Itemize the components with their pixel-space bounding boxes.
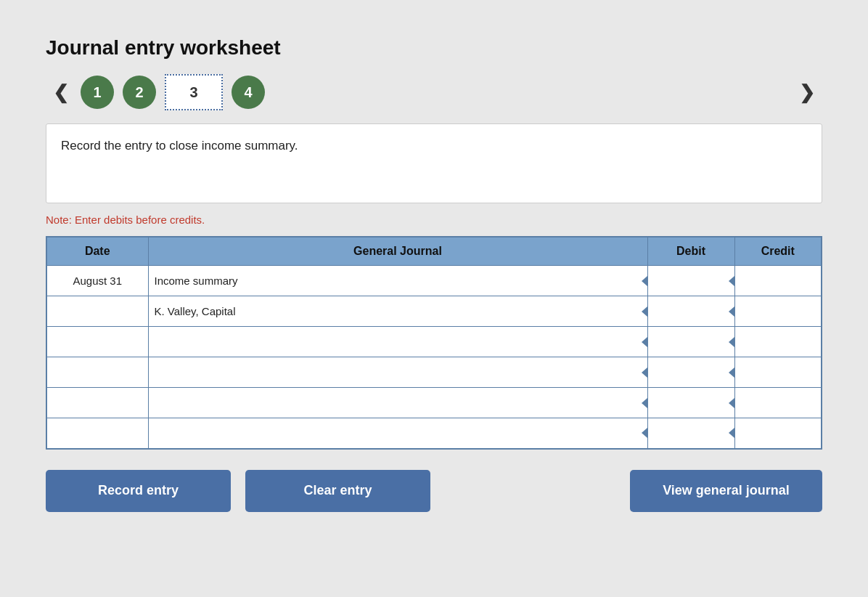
table-row: K. Valley, Capital — [46, 296, 822, 327]
triangle-indicator — [729, 337, 734, 347]
triangle-indicator — [729, 428, 734, 438]
note-text: Note: Enter debits before credits. — [46, 214, 822, 226]
instruction-text: Record the entry to close income summary… — [61, 139, 298, 153]
journal-table: Date General Journal Debit Credit August… — [46, 236, 822, 450]
debit-cell-0[interactable] — [647, 266, 734, 296]
prev-arrow-button[interactable]: ❮ — [46, 83, 76, 102]
credit-cell-2[interactable] — [734, 327, 822, 357]
table-header-row: Date General Journal Debit Credit — [46, 237, 822, 266]
table-row: August 31Income summary — [46, 266, 822, 296]
triangle-indicator — [729, 398, 734, 408]
journal-cell-1[interactable]: K. Valley, Capital — [148, 296, 647, 327]
journal-cell-2[interactable] — [148, 327, 647, 357]
date-cell-4[interactable] — [46, 388, 148, 418]
triangle-indicator — [642, 337, 647, 347]
view-general-journal-button[interactable]: View general journal — [630, 470, 822, 512]
col-header-date: Date — [46, 237, 148, 266]
journal-cell-0[interactable]: Income summary — [148, 266, 647, 296]
table-row — [46, 388, 822, 418]
main-container: Journal entry worksheet ❮ 1 2 3 4 ❯ Reco… — [24, 15, 844, 534]
date-cell-3[interactable] — [46, 357, 148, 388]
triangle-indicator — [729, 306, 734, 317]
credit-cell-0[interactable] — [734, 266, 822, 296]
journal-cell-5[interactable] — [148, 418, 647, 449]
col-header-journal: General Journal — [148, 237, 647, 266]
journal-cell-3[interactable] — [148, 357, 647, 388]
credit-cell-5[interactable] — [734, 418, 822, 449]
date-cell-1[interactable] — [46, 296, 148, 327]
record-entry-button[interactable]: Record entry — [46, 470, 231, 512]
triangle-indicator — [642, 306, 647, 317]
col-header-debit: Debit — [647, 237, 734, 266]
table-row — [46, 418, 822, 449]
triangle-indicator — [642, 398, 647, 408]
step-1-circle[interactable]: 1 — [81, 76, 114, 109]
triangle-indicator — [729, 367, 734, 378]
debit-cell-1[interactable] — [647, 296, 734, 327]
instruction-box: Record the entry to close income summary… — [46, 123, 822, 203]
credit-cell-1[interactable] — [734, 296, 822, 327]
clear-entry-button[interactable]: Clear entry — [245, 470, 430, 512]
triangle-indicator — [642, 428, 647, 438]
debit-cell-3[interactable] — [647, 357, 734, 388]
triangle-indicator — [642, 276, 647, 286]
debit-cell-4[interactable] — [647, 388, 734, 418]
journal-cell-4[interactable] — [148, 388, 647, 418]
date-cell-5[interactable] — [46, 418, 148, 449]
step-3-box[interactable]: 3 — [165, 74, 223, 110]
col-header-credit: Credit — [734, 237, 822, 266]
table-row — [46, 327, 822, 357]
credit-cell-3[interactable] — [734, 357, 822, 388]
date-cell-0[interactable]: August 31 — [46, 266, 148, 296]
debit-cell-2[interactable] — [647, 327, 734, 357]
step-nav: ❮ 1 2 3 4 ❯ — [46, 74, 822, 110]
step-4-circle[interactable]: 4 — [232, 76, 265, 109]
credit-cell-4[interactable] — [734, 388, 822, 418]
debit-cell-5[interactable] — [647, 418, 734, 449]
step-2-circle[interactable]: 2 — [123, 76, 156, 109]
table-row — [46, 357, 822, 388]
next-arrow-button[interactable]: ❯ — [792, 83, 822, 102]
triangle-indicator — [729, 276, 734, 286]
triangle-indicator — [642, 367, 647, 378]
buttons-row: Record entry Clear entry View general jo… — [46, 470, 822, 512]
date-cell-2[interactable] — [46, 327, 148, 357]
page-title: Journal entry worksheet — [46, 36, 822, 60]
